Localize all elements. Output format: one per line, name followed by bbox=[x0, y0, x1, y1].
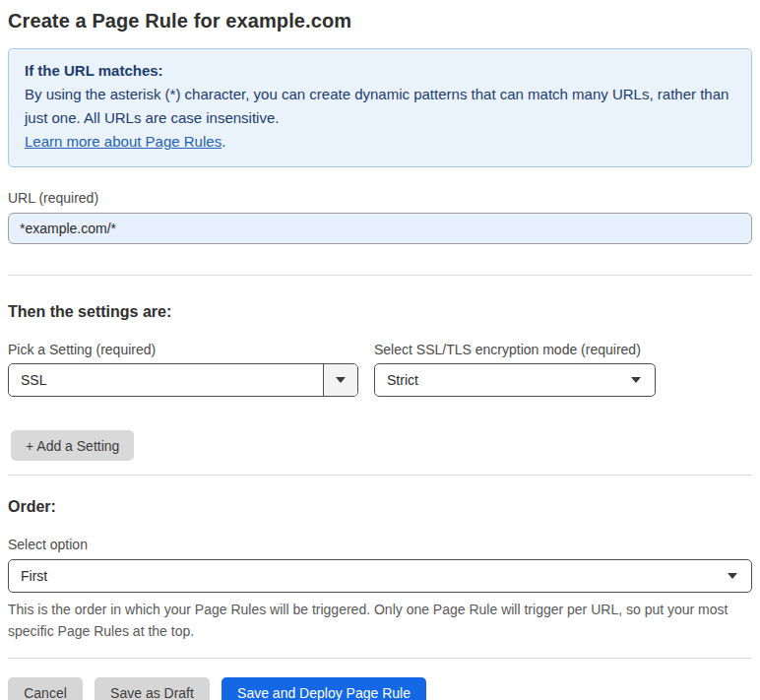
url-field-label: URL (required) bbox=[8, 190, 752, 206]
pick-setting-value: SSL bbox=[9, 372, 323, 388]
section-divider bbox=[8, 275, 752, 276]
info-box-link-line: Learn more about Page Rules. bbox=[25, 130, 735, 154]
order-select[interactable]: First bbox=[8, 559, 752, 593]
settings-section-heading: Then the settings are: bbox=[8, 303, 752, 321]
ssl-mode-value: Strict bbox=[375, 372, 631, 388]
order-select-label: Select option bbox=[8, 537, 752, 552]
footer-actions: Cancel Save as Draft Save and Deploy Pag… bbox=[8, 677, 752, 700]
save-deploy-button[interactable]: Save and Deploy Page Rule bbox=[222, 677, 426, 700]
order-select-value: First bbox=[9, 568, 728, 584]
learn-more-link[interactable]: Learn more about Page Rules bbox=[25, 133, 222, 150]
add-setting-button[interactable]: + Add a Setting bbox=[11, 430, 134, 461]
footer-divider bbox=[8, 658, 752, 659]
section-divider bbox=[8, 475, 752, 476]
order-section-heading: Order: bbox=[8, 498, 752, 516]
pick-setting-select[interactable]: SSL bbox=[8, 363, 358, 397]
url-input[interactable] bbox=[8, 213, 752, 244]
save-draft-button[interactable]: Save as Draft bbox=[95, 677, 210, 700]
cancel-button[interactable]: Cancel bbox=[8, 677, 83, 700]
link-suffix: . bbox=[222, 133, 225, 150]
info-box-heading: If the URL matches: bbox=[25, 59, 735, 83]
ssl-mode-select[interactable]: Strict bbox=[374, 363, 656, 397]
info-box-body: By using the asterisk (*) character, you… bbox=[25, 83, 735, 130]
order-help-text: This is the order in which your Page Rul… bbox=[8, 599, 752, 642]
pick-setting-label: Pick a Setting (required) bbox=[8, 342, 358, 357]
page-title: Create a Page Rule for example.com bbox=[8, 10, 752, 32]
chevron-down-icon bbox=[336, 377, 346, 383]
chevron-down-icon bbox=[728, 573, 737, 579]
ssl-mode-label: Select SSL/TLS encryption mode (required… bbox=[374, 342, 656, 357]
url-match-info-box: If the URL matches: By using the asteris… bbox=[8, 48, 752, 167]
chevron-down-icon bbox=[631, 377, 641, 383]
dropdown-arrow-segment bbox=[323, 364, 357, 396]
